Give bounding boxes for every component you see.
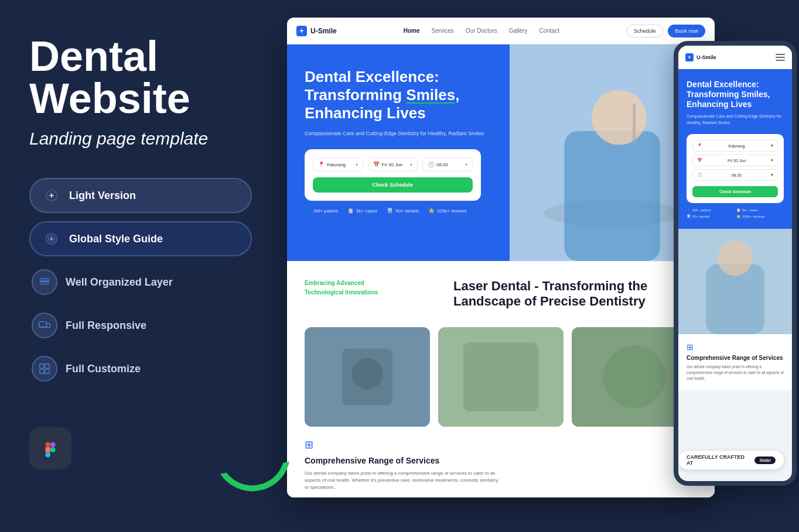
mobile-dentist-icon: 🦷: [687, 214, 691, 218]
browser-desktop: + U-Smile Home Services Our Doctors Gall…: [287, 18, 715, 497]
stat-dentist: 🦷 50+ dentist: [387, 208, 418, 214]
mobile-check-schedule-button[interactable]: Check Schedule: [692, 186, 778, 197]
svg-point-5: [50, 237, 53, 241]
location-field[interactable]: 📍 Kalurang ▾: [313, 157, 363, 171]
mobile-location-chevron: ▾: [771, 143, 773, 148]
nav-services[interactable]: Services: [432, 28, 454, 34]
feature-item-light-version[interactable]: Light Version: [29, 178, 252, 213]
mobile-clock-icon: 🕐: [697, 173, 702, 177]
services-desc: Our dental company takes pride in offeri…: [305, 470, 501, 491]
time-chevron: ▾: [465, 162, 467, 167]
svg-rect-12: [40, 364, 44, 368]
mobile-stats: 👤 2M+ patient 📋 5k+ cases 🦷 50+ dentist …: [687, 208, 784, 218]
scheduler-box: 📍 Kalurang ▾ 📅 Fri 30 Jun ▾ 🕐 08.00: [305, 149, 481, 201]
feature-label-full-customize: Full Customize: [66, 363, 141, 375]
check-schedule-button[interactable]: Check Schedule: [313, 177, 473, 193]
feature-label-well-organized: Well Organized Layer: [66, 276, 173, 289]
hero-section: Dental Excellence: Transforming Smiles, …: [287, 44, 715, 261]
layers-icon: [32, 269, 57, 295]
stat-patient: 👤 2M+ patient: [305, 208, 338, 214]
mobile-time-field[interactable]: 🕐 08.00 ▾: [692, 169, 778, 181]
hamburger-line-3: [776, 60, 785, 61]
mobile-patient-icon: 👤: [687, 208, 691, 212]
responsive-icon: [32, 313, 57, 338]
adjustments-icon: [42, 186, 61, 205]
mobile-services-icon: ⊞: [687, 342, 784, 352]
nav-contact[interactable]: Contact: [539, 28, 559, 34]
svg-rect-24: [564, 131, 660, 261]
mobile-scheduler: 📍 Kalurang ▾ 📅 Fri 30 Jun ▾ 🕐 08.00 ▾ Ch…: [687, 134, 784, 203]
nav-links: Home Services Our Doctors Gallery Contac…: [346, 28, 617, 34]
svg-rect-18: [45, 447, 50, 452]
content-tag: Embracing Advanced Technological Innovat…: [305, 279, 436, 297]
location-value: Kalurang: [327, 162, 346, 167]
svg-rect-6: [40, 280, 50, 282]
feature-label-global-style-guide: Global Style Guide: [69, 233, 163, 245]
mobile-time-value: 08.00: [732, 173, 742, 177]
feature-item-full-responsive[interactable]: Full Responsive: [29, 308, 252, 343]
svg-rect-31: [463, 342, 538, 411]
svg-rect-10: [47, 323, 50, 327]
book-now-button[interactable]: Book now: [668, 25, 705, 37]
mobile-dentist-value: 50+ dentist: [692, 215, 710, 218]
content-heading: Laser Dental - Transforming the Landscap…: [453, 279, 697, 310]
stat-dentist-value: 50+ dentist: [395, 208, 418, 214]
image-card-1: [305, 327, 430, 427]
mobile-reviews-value: 100k+ reviews: [742, 215, 765, 218]
date-field[interactable]: 📅 Fri 30 Jun ▾: [368, 157, 418, 171]
date-chevron: ▾: [410, 162, 412, 167]
hero-title-line1: Dental Excellence:: [305, 68, 439, 85]
svg-rect-19: [45, 452, 50, 458]
hamburger-icon[interactable]: [776, 54, 785, 61]
left-panel: DentalWebsite Landing page template Ligh…: [0, 0, 281, 532]
tag-line2: Technological Innovations: [305, 289, 378, 296]
mobile-stat-dentist: 🦷 50+ dentist: [687, 214, 734, 218]
services-icon: ⊞: [305, 438, 501, 451]
mobile-location-value: Kalurang: [728, 144, 745, 148]
stat-cases: 📋 5k+ cases: [347, 208, 377, 214]
mobile-patient-value: 2M+ patient: [692, 208, 711, 212]
nav-home[interactable]: Home: [404, 28, 420, 34]
mobile-stat-reviews: ⭐ 100k+ reviews: [736, 214, 784, 218]
svg-point-33: [603, 345, 666, 408]
hero-content: Dental Excellence: Transforming Smiles, …: [287, 44, 523, 261]
svg-rect-8: [40, 278, 50, 280]
nav-doctors[interactable]: Our Doctors: [466, 28, 497, 34]
stat-reviews-value: 100k+ reviews: [437, 208, 467, 214]
tag-line1: Embracing Advanced: [305, 280, 364, 286]
nav-gallery[interactable]: Gallery: [509, 28, 528, 34]
mobile-hero: Dental Excellence: Transforming Smiles, …: [678, 69, 792, 229]
svg-point-21: [50, 447, 56, 452]
svg-rect-15: [45, 369, 49, 373]
feature-label-full-responsive: Full Responsive: [66, 320, 146, 332]
nav-buttons: Schedule Book now: [626, 25, 705, 37]
feature-item-well-organized[interactable]: Well Organized Layer: [29, 265, 252, 300]
mobile-navbar: + U-Smile: [678, 46, 792, 69]
mobile-time-chevron: ▾: [771, 173, 773, 177]
mobile-brand: + U-Smile: [685, 53, 716, 61]
bottom-content: ⊞ Comprehensive Range of Services Our de…: [287, 438, 715, 497]
svg-point-25: [592, 90, 646, 145]
mobile-brand-cross-icon: +: [685, 53, 694, 61]
brand-name: U-Smile: [310, 27, 337, 35]
mobile-hero-subtitle: Compassionate Care and Cutting-Edge Dent…: [687, 114, 784, 126]
svg-point-36: [718, 241, 753, 276]
time-field[interactable]: 🕐 08.00 ▾: [422, 157, 473, 171]
hero-title: Dental Excellence: Transforming Smiles, …: [305, 68, 505, 123]
images-row: [287, 327, 715, 438]
style-guide-icon: [42, 229, 61, 248]
time-value: 08.00: [436, 162, 448, 167]
mobile-location-icon: 📍: [697, 143, 702, 148]
mobile-date-field[interactable]: 📅 Fri 30 Jun ▾: [692, 155, 778, 166]
feature-item-global-style-guide[interactable]: Global Style Guide: [29, 221, 252, 256]
mobile-brand-name: U-Smile: [696, 54, 716, 60]
feature-list: Light Version Global Style Guide: [29, 178, 252, 386]
dental-image-2: [438, 327, 564, 427]
svg-rect-26: [633, 104, 636, 145]
svg-rect-17: [45, 442, 50, 448]
schedule-button[interactable]: Schedule: [626, 25, 664, 37]
feature-item-full-customize[interactable]: Full Customize: [29, 351, 252, 386]
mobile-location-field[interactable]: 📍 Kalurang ▾: [692, 140, 778, 152]
stat-reviews: ⭐ 100k+ reviews: [428, 208, 467, 214]
crafted-badge: CAREFULLY CRAFTED AT Slab!: [678, 451, 784, 469]
